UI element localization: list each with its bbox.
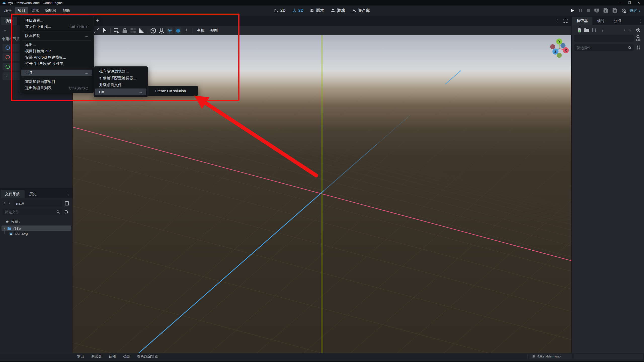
bell-icon — [532, 355, 535, 358]
create-root-label: 创建根节点: — [2, 37, 21, 41]
switch-3d[interactable]: 3D — [292, 8, 303, 13]
pause-button[interactable] — [578, 8, 583, 13]
window-title: MyGFrameworkGame - Godot Engine — [8, 1, 63, 5]
menu-scene[interactable]: 场景 — [2, 7, 15, 14]
tab-audio[interactable]: 音频 — [105, 354, 119, 359]
resource-name-bar[interactable] — [574, 35, 634, 42]
viewport-extra-menu-icon[interactable]: ⋮ — [183, 27, 190, 34]
menu-item-engine-compile-config[interactable]: 引擎编译配置编辑器... — [95, 75, 146, 82]
axis-neg-z-ball — [560, 43, 566, 48]
movie-maker-button[interactable] — [621, 8, 626, 13]
play-remote-button[interactable] — [594, 8, 599, 13]
save-resource-icon[interactable] — [592, 28, 596, 32]
stop-button[interactable] — [586, 9, 590, 13]
filter-files-box — [3, 209, 62, 215]
sort-icon[interactable] — [64, 210, 69, 214]
menu-help[interactable]: 帮助 — [60, 7, 73, 14]
menu-debug[interactable]: 调试 — [29, 7, 42, 14]
group-icon[interactable] — [130, 27, 136, 34]
add-node-icon[interactable]: + — [4, 28, 7, 33]
expand-viewport-icon[interactable] — [563, 19, 568, 23]
tab-animation[interactable]: 动画 — [119, 354, 133, 359]
menu-project[interactable]: 项目 — [15, 7, 28, 14]
sun-toggle[interactable] — [167, 27, 173, 34]
tree-guide-lines — [4, 227, 10, 236]
path-bar[interactable]: res:// — [14, 200, 62, 207]
new-scene-tab-button[interactable]: + — [96, 18, 99, 24]
tab-signals[interactable]: 信号 — [592, 17, 609, 25]
resource-extra-menu-icon[interactable]: ⋮ — [600, 28, 604, 33]
inspector-panel: ⋮ ‹ › DOC — [572, 25, 644, 353]
tree-item-res-root[interactable]: ∨ res:// — [2, 225, 71, 231]
axis-gizmo[interactable]: Y X Z — [550, 38, 570, 58]
menu-item-quit-to-list[interactable]: 退出到项目列表Ctrl+Shift+Q — [21, 85, 92, 91]
menu-item-csharp[interactable]: C#→ — [95, 88, 146, 95]
history-forward-icon[interactable]: › — [629, 27, 631, 32]
menu-editor[interactable]: 编辑器 — [42, 7, 59, 14]
new-resource-icon[interactable] — [577, 28, 582, 33]
inspector-dock-tabs: 检查器 信号 分组 ⋮ — [572, 16, 644, 25]
ruler-icon[interactable] — [138, 27, 145, 34]
version-button[interactable]: 4.6.stable.mono — [530, 354, 572, 359]
tab-debugger[interactable]: 调试器 — [88, 354, 105, 359]
renderer-selector[interactable]: 兼容 ∨ — [630, 8, 640, 13]
history-back-icon[interactable]: ‹ — [624, 27, 625, 32]
switch-assetlib[interactable]: 资产库 — [351, 8, 370, 13]
snap-icon[interactable] — [158, 27, 165, 34]
switch-script[interactable]: 脚本 — [310, 8, 324, 13]
menu-item-pack-zip[interactable]: 项目打包为 ZIP... — [21, 48, 92, 54]
menu-item-version-control[interactable]: 版本控制→ — [21, 33, 92, 39]
filter-properties-input[interactable] — [574, 46, 628, 50]
menu-item-tools[interactable]: 工具→ — [21, 70, 92, 76]
tree-item-icon-svg[interactable]: icon.svg — [9, 232, 28, 236]
tab-inspector[interactable]: 检查器 — [572, 17, 592, 25]
toggle-split-icon[interactable] — [65, 201, 69, 206]
menu-item-project-settings[interactable]: 项目设置... — [21, 17, 92, 24]
tab-output[interactable]: 输出 — [73, 354, 88, 359]
nav-forward-icon[interactable]: › — [9, 200, 10, 206]
submenu-arrow-icon: → — [77, 34, 88, 38]
list-select-icon[interactable] — [113, 27, 120, 34]
lock-icon[interactable] — [122, 27, 128, 34]
tab-history[interactable]: 历史 — [25, 190, 41, 198]
menu-item-android-template[interactable]: 安装 Android 构建模板... — [21, 54, 92, 61]
svg-text:Y: Y — [558, 40, 560, 43]
viewport-toolbar: ) ⋮ 变换 视图 — [73, 26, 571, 35]
select-tool-icon[interactable] — [101, 27, 108, 34]
menu-item-open-userdata[interactable]: 打开 “用户数据” 文件夹 — [21, 61, 92, 67]
load-resource-icon[interactable] — [584, 28, 589, 32]
close-button[interactable]: ✕ — [637, 1, 640, 5]
tab-filesystem[interactable]: 文件系统 — [1, 190, 25, 198]
main-toolbar: 场景 项目 调试 编辑器 帮助 2D 3D 脚本 游戏 — [0, 6, 644, 16]
switch-2d[interactable]: 2D — [274, 8, 286, 13]
nav-back-icon[interactable]: ‹ — [4, 200, 5, 206]
viewport-menu-icon[interactable]: ⋮ — [555, 18, 559, 23]
menu-item-find-in-files[interactable]: 在文件中查找...Ctrl+Shift+F — [21, 24, 92, 30]
inspector-menu-icon[interactable]: ⋮ — [638, 19, 642, 23]
play-scene-button[interactable] — [603, 8, 609, 13]
filter-files-input[interactable] — [3, 210, 56, 214]
switch-game[interactable]: 游戏 — [331, 8, 345, 13]
camera-preview-icon[interactable] — [150, 27, 156, 34]
maximize-button[interactable]: ❐ — [628, 1, 631, 5]
minimize-button[interactable]: ─ — [620, 1, 622, 5]
menu-item-export[interactable]: 导出... — [21, 42, 92, 48]
environment-toggle[interactable] — [175, 27, 181, 34]
property-tools-icon[interactable] — [636, 45, 640, 50]
open-docs-button[interactable]: DOC — [636, 35, 640, 41]
menu-item-orphan-explorer[interactable]: 孤立资源浏览器... — [95, 68, 146, 75]
transform-menu[interactable]: 变换 — [195, 28, 207, 33]
play-button[interactable] — [570, 8, 575, 13]
favorites-header[interactable]: ★ 收藏： — [6, 219, 21, 224]
tab-scene[interactable]: 场景 — [1, 17, 17, 25]
history-icon[interactable] — [636, 28, 640, 32]
menu-item-reload-project[interactable]: 重新加载当前项目 — [21, 79, 92, 85]
tab-shader-editor[interactable]: 着色器编辑器 — [133, 354, 162, 359]
menu-item-create-csharp-solution[interactable]: Create C# solution — [149, 87, 196, 94]
menu-item-upgrade-project[interactable]: 升级项目文件... — [95, 82, 146, 88]
scale-tool-icon[interactable] — [93, 27, 100, 34]
view-menu[interactable]: 视图 — [208, 28, 220, 33]
tab-groups[interactable]: 分组 — [609, 17, 626, 25]
filesystem-menu-icon[interactable]: ⋮ — [66, 192, 70, 197]
play-custom-scene-button[interactable] — [612, 8, 618, 13]
